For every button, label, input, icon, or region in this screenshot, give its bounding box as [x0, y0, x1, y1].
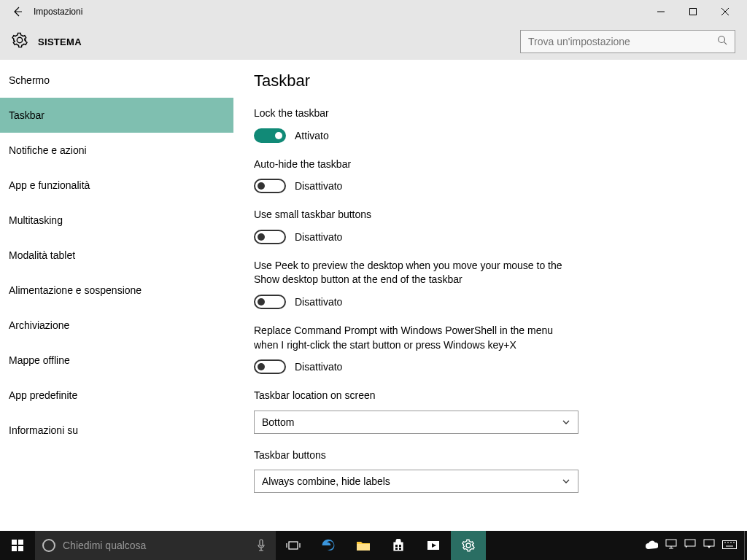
- sidebar-item-mappe[interactable]: Mappe offline: [0, 343, 233, 378]
- sidebar-item-informazioni[interactable]: Informazioni su: [0, 413, 233, 448]
- system-tray: [638, 539, 744, 552]
- header-row: SISTEMA: [0, 23, 747, 60]
- sidebar-item-taskbar[interactable]: Taskbar: [0, 98, 233, 133]
- search-input[interactable]: [528, 36, 717, 47]
- svg-rect-19: [399, 548, 401, 550]
- dropdown-value: Bottom: [262, 416, 294, 428]
- mic-icon: [256, 539, 266, 552]
- setting-label: Use small taskbar buttons: [254, 208, 575, 222]
- cortana-search[interactable]: Chiedimi qualcosa: [35, 531, 247, 560]
- sidebar-item-archiviazione[interactable]: Archiviazione: [0, 308, 233, 343]
- setting-powershell: Replace Command Prompt with Windows Powe…: [254, 324, 727, 374]
- maximize-button[interactable]: [677, 0, 709, 23]
- task-view-button[interactable]: [276, 531, 311, 560]
- sidebar-item-schermo[interactable]: Schermo: [0, 63, 233, 98]
- sidebar-item-label: Schermo: [9, 74, 50, 86]
- movies-button[interactable]: [416, 531, 451, 560]
- gear-icon: [462, 539, 475, 552]
- titlebar: Impostazioni: [0, 0, 747, 23]
- svg-rect-7: [18, 540, 23, 545]
- setting-peek: Use Peek to preview the desktop when you…: [254, 259, 727, 309]
- toggle-state: Disattivato: [295, 361, 342, 373]
- sidebar-item-multitasking[interactable]: Multitasking: [0, 203, 233, 238]
- back-button[interactable]: [6, 0, 29, 23]
- show-desktop-button[interactable]: [744, 531, 747, 560]
- search-box[interactable]: [520, 30, 735, 53]
- setting-small-buttons: Use small taskbar buttons Disattivato: [254, 208, 727, 244]
- sidebar-item-label: Taskbar: [9, 109, 44, 121]
- action-center-icon[interactable]: [703, 539, 715, 552]
- settings-app-button[interactable]: [451, 531, 486, 560]
- window-title: Impostazioni: [34, 7, 82, 17]
- minimize-icon: [657, 8, 665, 15]
- body: Schermo Taskbar Notifiche e azioni App e…: [0, 60, 747, 531]
- cortana-icon: [42, 539, 55, 552]
- dropdown-taskbar-buttons[interactable]: Always combine, hide labels: [254, 470, 578, 493]
- start-button[interactable]: [0, 531, 35, 560]
- sidebar-item-label: Notifiche e azioni: [9, 144, 87, 156]
- toggle-lock-taskbar[interactable]: [254, 128, 286, 143]
- setting-label: Replace Command Prompt with Windows Powe…: [254, 324, 575, 352]
- toggle-state: Disattivato: [295, 296, 342, 308]
- gear-icon: [12, 32, 28, 51]
- speech-icon[interactable]: [684, 539, 696, 552]
- dropdown-taskbar-location[interactable]: Bottom: [254, 411, 578, 434]
- store-button[interactable]: [381, 531, 416, 560]
- close-icon: [721, 8, 729, 15]
- sidebar-item-label: Alimentazione e sospensione: [9, 284, 142, 296]
- sidebar-item-label: Archiviazione: [9, 319, 69, 331]
- setting-label: Lock the taskbar: [254, 106, 575, 121]
- setting-lock-taskbar: Lock the taskbar Attivato: [254, 106, 727, 143]
- setting-label: Auto-hide the taskbar: [254, 158, 575, 172]
- sidebar-item-tablet[interactable]: Modalità tablet: [0, 238, 233, 273]
- toggle-peek[interactable]: [254, 295, 286, 309]
- toggle-powershell[interactable]: [254, 359, 286, 374]
- close-button[interactable]: [709, 0, 741, 23]
- svg-line-5: [724, 42, 727, 45]
- keyboard-icon[interactable]: [722, 539, 737, 552]
- sidebar-item-label: Mappe offline: [9, 354, 70, 366]
- search-icon: [717, 35, 727, 48]
- setting-label: Taskbar location on screen: [254, 389, 575, 403]
- sidebar-item-label: Informazioni su: [9, 424, 78, 436]
- toggle-state: Disattivato: [295, 231, 342, 243]
- sidebar-item-label: Multitasking: [9, 214, 63, 226]
- svg-rect-15: [394, 542, 403, 551]
- maximize-icon: [689, 8, 697, 15]
- setting-label: Use Peek to preview the desktop when you…: [254, 259, 575, 287]
- svg-rect-25: [685, 540, 695, 546]
- sidebar-item-label: App e funzionalità: [9, 179, 90, 191]
- settings-window: Impostazioni SISTEMA Schermo Taskbar: [0, 0, 747, 531]
- folder-icon: [356, 540, 371, 551]
- toggle-small-buttons[interactable]: [254, 230, 286, 244]
- page-title: Taskbar: [254, 71, 727, 90]
- svg-rect-11: [289, 542, 298, 549]
- explorer-button[interactable]: [346, 531, 381, 560]
- sidebar-item-app-funzionalita[interactable]: App e funzionalità: [0, 168, 233, 203]
- mic-button[interactable]: [247, 531, 276, 560]
- svg-rect-1: [690, 9, 697, 15]
- chevron-down-icon: [562, 477, 570, 486]
- setting-taskbar-buttons: Taskbar buttons Always combine, hide lab…: [254, 448, 727, 494]
- edge-icon: [321, 538, 336, 553]
- sidebar-item-label: App predefinite: [9, 389, 77, 401]
- svg-rect-9: [18, 546, 23, 551]
- sidebar-item-app-predefinite[interactable]: App predefinite: [0, 378, 233, 413]
- setting-autohide: Auto-hide the taskbar Disattivato: [254, 158, 727, 194]
- svg-rect-14: [357, 544, 370, 551]
- system-taskbar: Chiedimi qualcosa: [0, 531, 747, 560]
- svg-rect-10: [260, 540, 263, 546]
- network-icon[interactable]: [665, 539, 677, 552]
- sidebar-item-alimentazione[interactable]: Alimentazione e sospensione: [0, 273, 233, 308]
- svg-rect-27: [723, 541, 737, 549]
- toggle-autohide[interactable]: [254, 179, 286, 193]
- store-icon: [392, 539, 405, 552]
- minimize-button[interactable]: [645, 0, 677, 23]
- toggle-state: Disattivato: [295, 180, 342, 192]
- back-arrow-icon: [12, 6, 23, 18]
- svg-rect-17: [399, 545, 401, 547]
- edge-button[interactable]: [311, 531, 346, 560]
- dropdown-value: Always combine, hide labels: [262, 475, 390, 487]
- sidebar-item-notifiche[interactable]: Notifiche e azioni: [0, 133, 233, 168]
- onedrive-icon[interactable]: [645, 539, 658, 552]
